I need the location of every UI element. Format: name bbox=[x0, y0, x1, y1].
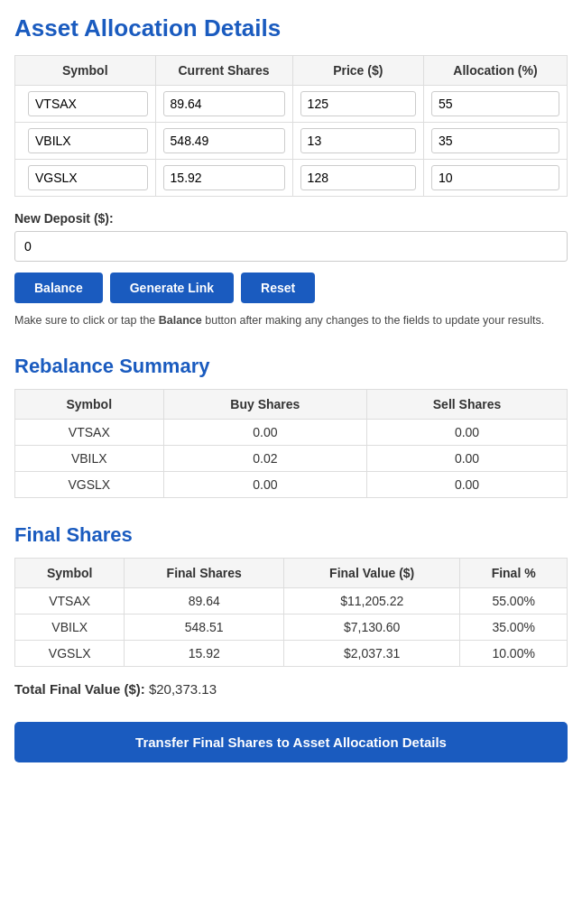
table-row: VGSLX 0.00 0.00 bbox=[15, 471, 568, 497]
fs-final-pct: 10.00% bbox=[460, 640, 568, 666]
price-input[interactable] bbox=[300, 165, 416, 190]
current-shares-input[interactable] bbox=[163, 128, 285, 153]
reset-button[interactable]: Reset bbox=[241, 273, 315, 303]
cell-price bbox=[292, 123, 423, 160]
cell-current-shares bbox=[155, 86, 292, 123]
cell-symbol bbox=[15, 86, 156, 123]
fs-symbol: VBILX bbox=[15, 614, 125, 640]
generate-link-button[interactable]: Generate Link bbox=[110, 273, 234, 303]
price-input[interactable] bbox=[300, 128, 416, 153]
fs-col-final-shares: Final Shares bbox=[125, 558, 284, 587]
fs-final-pct: 35.00% bbox=[460, 614, 568, 640]
cell-price bbox=[292, 86, 423, 123]
fs-col-symbol: Symbol bbox=[15, 558, 125, 587]
fs-final-shares: 548.51 bbox=[125, 614, 284, 640]
rb-buy: 0.02 bbox=[163, 445, 366, 471]
col-price: Price ($) bbox=[292, 56, 423, 86]
rb-sell: 0.00 bbox=[367, 419, 568, 445]
table-row: VGSLX 15.92 $2,037.31 10.00% bbox=[15, 640, 568, 666]
total-label: Total Final Value ($): bbox=[14, 681, 145, 697]
page-title: Asset Allocation Details bbox=[14, 14, 568, 42]
fs-final-value: $7,130.60 bbox=[284, 614, 460, 640]
transfer-button[interactable]: Transfer Final Shares to Asset Allocatio… bbox=[14, 722, 568, 762]
col-symbol: Symbol bbox=[15, 56, 156, 86]
cell-allocation bbox=[423, 160, 567, 197]
deposit-input[interactable] bbox=[14, 231, 568, 262]
rb-symbol: VBILX bbox=[15, 445, 164, 471]
symbol-input[interactable] bbox=[28, 165, 148, 190]
fs-final-shares: 15.92 bbox=[125, 640, 284, 666]
table-row bbox=[15, 123, 568, 160]
final-shares-section: Final Shares Symbol Final Shares Final V… bbox=[14, 523, 568, 697]
table-row bbox=[15, 86, 568, 123]
rb-sell: 0.00 bbox=[367, 471, 568, 497]
cell-current-shares bbox=[155, 123, 292, 160]
allocation-input[interactable] bbox=[431, 128, 559, 153]
rebalance-title: Rebalance Summary bbox=[14, 355, 568, 378]
col-allocation: Allocation (%) bbox=[423, 56, 567, 86]
rb-col-buy: Buy Shares bbox=[163, 389, 366, 419]
allocation-input[interactable] bbox=[431, 91, 559, 116]
table-row: VBILX 548.51 $7,130.60 35.00% bbox=[15, 614, 568, 640]
hint-before: Make sure to click or tap the bbox=[14, 314, 159, 327]
action-buttons: Balance Generate Link Reset bbox=[14, 273, 568, 303]
fs-symbol: VGSLX bbox=[15, 640, 125, 666]
cell-allocation bbox=[423, 123, 567, 160]
fs-symbol: VTSAX bbox=[15, 587, 125, 614]
table-row: VBILX 0.02 0.00 bbox=[15, 445, 568, 471]
cell-symbol bbox=[15, 123, 156, 160]
cell-price bbox=[292, 160, 423, 197]
rb-buy: 0.00 bbox=[163, 471, 366, 497]
rb-buy: 0.00 bbox=[163, 419, 366, 445]
cell-allocation bbox=[423, 86, 567, 123]
symbol-input[interactable] bbox=[28, 128, 148, 153]
final-shares-table: Symbol Final Shares Final Value ($) Fina… bbox=[14, 558, 568, 667]
fs-final-value: $11,205.22 bbox=[284, 587, 460, 614]
fs-final-pct: 55.00% bbox=[460, 587, 568, 614]
final-shares-title: Final Shares bbox=[14, 523, 568, 547]
current-shares-input[interactable] bbox=[163, 91, 285, 116]
rb-col-sell: Sell Shares bbox=[367, 389, 568, 419]
symbol-input[interactable] bbox=[28, 91, 148, 116]
table-row: VTSAX 0.00 0.00 bbox=[15, 419, 568, 445]
cell-symbol bbox=[15, 160, 156, 197]
rb-symbol: VGSLX bbox=[15, 471, 164, 497]
fs-final-shares: 89.64 bbox=[125, 587, 284, 614]
fs-final-value: $2,037.31 bbox=[284, 640, 460, 666]
rebalance-table: Symbol Buy Shares Sell Shares VTSAX 0.00… bbox=[14, 389, 568, 498]
balance-button[interactable]: Balance bbox=[14, 273, 103, 303]
table-row: VTSAX 89.64 $11,205.22 55.00% bbox=[15, 587, 568, 614]
col-current-shares: Current Shares bbox=[155, 56, 292, 86]
table-row bbox=[15, 160, 568, 197]
allocation-input[interactable] bbox=[431, 165, 559, 190]
total-line: Total Final Value ($): $20,373.13 bbox=[14, 681, 568, 697]
price-input[interactable] bbox=[300, 91, 416, 116]
hint-bold: Balance bbox=[159, 314, 202, 327]
rebalance-section: Rebalance Summary Symbol Buy Shares Sell… bbox=[14, 355, 568, 498]
rb-symbol: VTSAX bbox=[15, 419, 164, 445]
hint-after: button after making any changes to the f… bbox=[202, 314, 544, 327]
deposit-label: New Deposit ($): bbox=[14, 211, 568, 226]
cell-current-shares bbox=[155, 160, 292, 197]
fs-col-final-value: Final Value ($) bbox=[284, 558, 460, 587]
current-shares-input[interactable] bbox=[163, 165, 285, 190]
asset-allocation-table: Symbol Current Shares Price ($) Allocati… bbox=[14, 55, 568, 197]
asset-allocation-section: Symbol Current Shares Price ($) Allocati… bbox=[14, 55, 568, 329]
total-value: $20,373.13 bbox=[149, 681, 217, 697]
fs-col-final-pct: Final % bbox=[460, 558, 568, 587]
hint-text: Make sure to click or tap the Balance bu… bbox=[14, 312, 568, 329]
rb-col-symbol: Symbol bbox=[15, 389, 164, 419]
rb-sell: 0.00 bbox=[367, 445, 568, 471]
